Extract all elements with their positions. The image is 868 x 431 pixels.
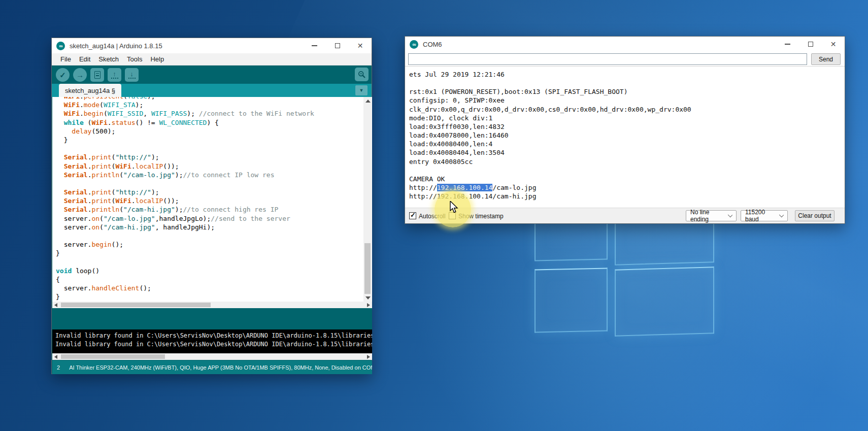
menu-item-file[interactable]: File	[57, 54, 75, 64]
code-line: Serial.println("/cam-hi.jpg");//to conne…	[56, 205, 364, 214]
menu-item-edit[interactable]: Edit	[76, 54, 94, 64]
windows-logo-pane	[535, 268, 608, 333]
code-line: WiFi.begin(WIFI_SSID, WIFI_PASS); //conn…	[56, 109, 364, 118]
arduino-logo-icon: ∞	[56, 42, 65, 50]
serial-line: rst:0x1 (POWERON_RESET),boot:0x13 (SPI_F…	[409, 87, 845, 96]
close-button[interactable]: ✕	[349, 38, 372, 53]
code-line: delay(500);	[56, 127, 364, 136]
desktop: { "colors": { "ide_teal_dark": "#01646c"…	[0, 0, 868, 431]
clear-output-button[interactable]: Clear output	[795, 210, 834, 221]
autoscroll-checkbox[interactable]: ✓	[409, 212, 416, 219]
scroll-up-arrow-icon[interactable]	[365, 100, 371, 103]
magnifier-icon	[358, 71, 366, 79]
baud-rate-dropdown[interactable]: 115200 baud	[741, 210, 788, 221]
serial-window-title: COM6	[423, 41, 442, 48]
cursor-line-indicator: 2	[57, 364, 60, 371]
serial-line: http://192.168.100.14/cam-hi.jpg	[409, 192, 845, 201]
scroll-right-arrow-icon[interactable]	[367, 303, 370, 307]
new-sketch-button[interactable]	[90, 68, 104, 82]
serial-line: load:0x40078000,len:16460	[409, 131, 845, 140]
serial-titlebar[interactable]: ∞ COM6 ✕	[405, 37, 845, 52]
check-icon: ✓	[59, 71, 66, 79]
scroll-right-arrow-icon[interactable]	[367, 355, 370, 359]
console-line: Invalid library found in C:\Users\Servis…	[55, 331, 372, 340]
serial-output[interactable]: ets Jul 29 2019 12:21:46 rst:0x1 (POWERO…	[405, 66, 845, 209]
code-line: WiFi.persistent(false);	[56, 97, 364, 101]
tab-sketch-aug14a[interactable]: sketch_aug14a §	[59, 84, 121, 97]
serial-line: CAMERA OK	[409, 175, 845, 183]
code-editor[interactable]: WiFi.persistent(false); WiFi.mode(WIFI_S…	[52, 97, 372, 302]
code-line: Serial.print(WiFi.localIP());	[56, 162, 364, 171]
code-line: server.on("/cam-lo.jpg",handleJpgLo);//s…	[56, 214, 364, 223]
serial-line: entry 0x400805cc	[409, 157, 845, 166]
serial-line: ets Jul 29 2019 12:21:46	[409, 70, 845, 79]
open-button[interactable]: ↑	[108, 68, 121, 82]
mouse-cursor-icon	[450, 201, 459, 214]
menubar: FileEditSketchToolsHelp	[52, 53, 372, 65]
code-line: Serial.println("/cam-lo.jpg");//to conne…	[56, 171, 364, 179]
editor-vertical-scrollbar[interactable]	[363, 97, 372, 302]
scroll-left-arrow-icon[interactable]	[54, 303, 57, 307]
arduino-ide-window: ∞ sketch_aug14a | Arduino 1.8.15 ✕ FileE…	[51, 38, 372, 374]
code-line: server.handleClient();	[56, 284, 364, 292]
code-line: server.on("/cam-hi.jpg", handleJpgHi);	[56, 223, 364, 231]
windows-logo-pane	[615, 267, 714, 336]
serial-line: load:0x3fff0030,len:4832	[409, 122, 845, 131]
line-ending-dropdown[interactable]: No line ending	[686, 210, 737, 221]
board-info: AI Thinker ESP32-CAM, 240MHz (WiFi/BT), …	[69, 364, 372, 371]
minimize-button[interactable]	[776, 37, 799, 52]
console-line: Invalid library found in C:\Users\Servis…	[55, 340, 372, 349]
verify-button[interactable]: ✓	[56, 68, 70, 82]
editor-horizontal-scrollbar[interactable]	[52, 302, 372, 308]
maximize-button[interactable]	[326, 38, 349, 53]
upload-button[interactable]: →	[73, 68, 87, 82]
menu-item-help[interactable]: Help	[147, 54, 168, 64]
code-line	[56, 144, 364, 153]
close-button[interactable]: ✕	[822, 37, 845, 52]
scrollbar-thumb[interactable]	[61, 354, 165, 359]
status-message-strip	[52, 308, 372, 329]
minimize-button[interactable]	[303, 38, 326, 53]
toolbar: ✓ → ↑ ↓	[52, 65, 372, 84]
serial-input[interactable]	[408, 53, 807, 65]
save-button[interactable]: ↓	[125, 68, 139, 82]
baud-rate-value: 115200 baud	[745, 209, 775, 223]
ide-statusbar: 2 AI Thinker ESP32-CAM, 240MHz (WiFi/BT)…	[52, 360, 372, 374]
code-line	[56, 258, 364, 267]
scrollbar-thumb[interactable]	[364, 243, 371, 294]
maximize-button[interactable]	[799, 37, 822, 52]
code-line: while (WiFi.status() != WL_CONNECTED) {	[56, 118, 364, 127]
serial-monitor-button[interactable]	[355, 68, 369, 81]
serial-monitor-window: ∞ COM6 ✕ Send ets Jul 29 2019 12:21:46 r…	[405, 36, 845, 224]
up-arrow-icon: ↑	[111, 71, 118, 79]
code-line: Serial.print("http://");	[56, 153, 364, 161]
right-arrow-icon: →	[76, 71, 84, 79]
serial-line: http://192.168.100.14/cam-lo.jpg	[409, 183, 845, 192]
code-line: server.begin();	[56, 240, 364, 249]
scrollbar-thumb[interactable]	[61, 303, 211, 307]
arduino-window-title: sketch_aug14a | Arduino 1.8.15	[70, 42, 162, 50]
checkmark-icon: ✓	[410, 211, 416, 219]
console-horizontal-scrollbar[interactable]	[52, 353, 372, 360]
menu-item-sketch[interactable]: Sketch	[95, 54, 122, 64]
build-console: Invalid library found in C:\Users\Servis…	[52, 329, 372, 353]
code-content: WiFi.persistent(false); WiFi.mode(WIFI_S…	[52, 97, 364, 302]
code-line: void loop()	[56, 267, 364, 275]
tab-menu-button[interactable]: ▼	[355, 85, 368, 95]
code-line	[56, 231, 364, 240]
serial-line: clk_drv:0x00,q_drv:0x00,d_drv:0x00,cs0_d…	[409, 105, 845, 114]
send-button[interactable]: Send	[811, 53, 841, 65]
scroll-down-arrow-icon[interactable]	[365, 296, 371, 300]
arduino-titlebar[interactable]: ∞ sketch_aug14a | Arduino 1.8.15 ✕	[52, 38, 372, 53]
serial-line	[409, 79, 845, 87]
menu-item-tools[interactable]: Tools	[123, 54, 146, 64]
down-arrow-icon: ↓	[128, 71, 136, 79]
arduino-logo-icon: ∞	[410, 40, 418, 49]
chevron-down-icon	[728, 213, 732, 217]
serial-input-row: Send	[405, 52, 845, 66]
serial-line: configsip: 0, SPIWP:0xee	[409, 96, 845, 105]
serial-line: mode:DIO, clock div:1	[409, 114, 845, 122]
chevron-down-icon	[779, 213, 784, 217]
scroll-left-arrow-icon[interactable]	[54, 355, 57, 359]
code-line: Serial.print("http://");	[56, 188, 364, 196]
